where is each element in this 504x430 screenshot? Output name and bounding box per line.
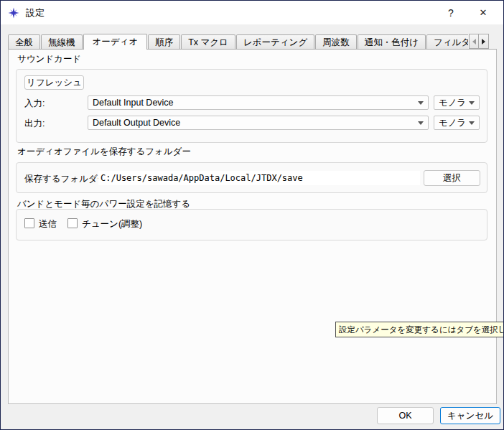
chevron-down-icon xyxy=(469,101,475,105)
tab-general[interactable]: 全般 xyxy=(8,34,40,50)
tab-filters[interactable]: フィルタ xyxy=(426,34,468,50)
tab-audio[interactable]: オーディオ xyxy=(83,34,148,50)
cancel-button[interactable]: キャンセル xyxy=(440,407,500,424)
chevron-down-icon xyxy=(469,121,475,125)
refresh-button[interactable]: リフレッシュ xyxy=(24,75,84,90)
titlebar: 設定 ? ✕ xyxy=(1,1,503,24)
input-device-combobox[interactable]: Default Input Device xyxy=(88,95,429,110)
tx-checkbox[interactable] xyxy=(24,218,34,228)
save-folder-row-label: 保存するフォルダー: xyxy=(24,173,109,185)
close-button[interactable]: ✕ xyxy=(466,1,500,24)
chevron-down-icon xyxy=(418,101,424,105)
output-channel-value: モノラル xyxy=(439,117,465,129)
output-device-combobox[interactable]: Default Output Device xyxy=(88,116,429,130)
tab-hint-tooltip: 設定パラメータを変更するにはタブを選択します。 xyxy=(335,322,504,337)
sound-card-section-label: サウンドカード xyxy=(17,53,81,65)
tune-checkbox[interactable] xyxy=(67,218,78,228)
input-channel-combobox[interactable]: モノラル xyxy=(434,95,480,110)
tab-tx-macro[interactable]: Tx マクロ xyxy=(181,34,235,50)
window-title: 設定 xyxy=(26,6,45,19)
audio-tab-page: サウンドカード リフレッシュ 入力: Default Input Device … xyxy=(8,49,497,404)
chevron-left-icon xyxy=(472,39,476,45)
tab-reporting[interactable]: レポーティング xyxy=(236,34,314,50)
chevron-right-icon xyxy=(482,39,485,45)
input-label: 入力: xyxy=(24,98,45,110)
chevron-down-icon xyxy=(418,121,424,125)
output-label: 出力: xyxy=(24,118,45,130)
tab-frequencies[interactable]: 周波数 xyxy=(315,34,357,50)
tab-scroll-right-button[interactable] xyxy=(479,34,489,49)
app-icon xyxy=(8,7,19,19)
input-channel-value: モノラル xyxy=(439,97,465,109)
tab-scroll-left-button[interactable] xyxy=(469,34,479,49)
ok-button[interactable]: OK xyxy=(377,407,434,424)
output-channel-combobox[interactable]: モノラル xyxy=(434,116,480,130)
tab-scroll-buttons xyxy=(469,34,489,49)
tab-radio[interactable]: 無線機 xyxy=(41,34,83,50)
save-folder-path-field[interactable]: C:/Users/sawada/AppData/Local/JTDX/save xyxy=(98,171,420,185)
help-button[interactable]: ? xyxy=(436,1,466,24)
save-folder-section-label: オーディオファイルを保存するフォルダー xyxy=(17,146,191,158)
select-folder-button[interactable]: 選択 xyxy=(424,170,480,186)
tune-checkbox-label: チューン(調整) xyxy=(82,218,142,230)
tab-bar: 全般 無線機 オーディオ 順序 Tx マクロ レポーティング 周波数 通知・色付… xyxy=(8,33,468,50)
settings-dialog: 設定 ? ✕ 全般 無線機 オーディオ 順序 Tx マクロ レポーティング 周波… xyxy=(0,0,504,430)
tab-sequence[interactable]: 順序 xyxy=(148,34,180,50)
output-device-value: Default Output Device xyxy=(93,118,414,128)
tab-notifications[interactable]: 通知・色付け xyxy=(358,34,426,50)
input-device-value: Default Input Device xyxy=(93,98,414,108)
tx-checkbox-label: 送信 xyxy=(39,218,57,230)
